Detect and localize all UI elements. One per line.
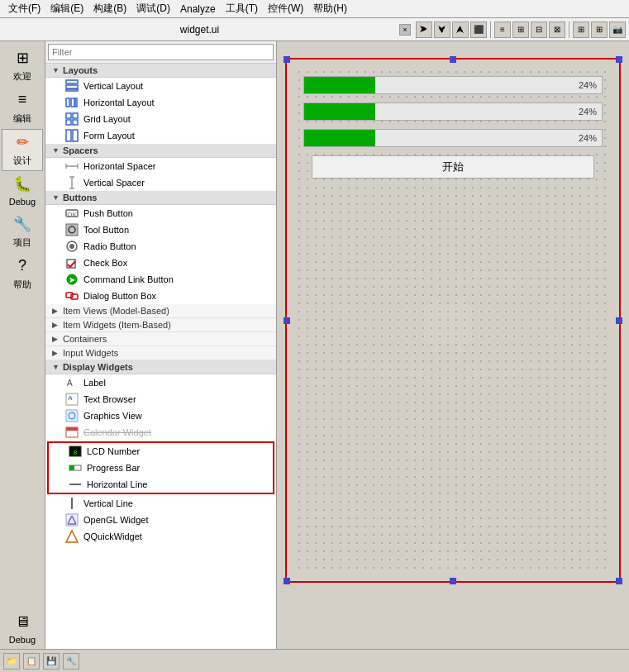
progress-row-2: 24% bbox=[303, 102, 603, 121]
start-button[interactable]: 开始 bbox=[312, 155, 594, 179]
sidebar-item-label-debug2: Debug bbox=[9, 635, 36, 645]
tree-item-horizontal-layout[interactable]: Horizontal Layout bbox=[45, 94, 276, 111]
section-containers[interactable]: ▶ Containers bbox=[45, 332, 276, 346]
sidebar-item-project[interactable]: 🔧 项目 bbox=[2, 211, 43, 253]
qquick-widget-icon bbox=[65, 530, 79, 543]
toolbar-close-btn[interactable]: × bbox=[399, 24, 411, 36]
sidebar-item-welcome[interactable]: ⊞ 欢迎 bbox=[2, 45, 43, 87]
tree-item-label-text: Calendar Widget bbox=[83, 427, 151, 437]
handle-bm bbox=[450, 578, 456, 584]
tree-item-dialog-button[interactable]: Dialog Button Box bbox=[45, 288, 276, 304]
svg-point-23 bbox=[69, 244, 74, 249]
toolbar-btn-4[interactable]: ⬛ bbox=[470, 21, 487, 38]
tree-item-opengl-widget[interactable]: OpenGL Widget bbox=[45, 512, 276, 528]
tree-item-label[interactable]: A Label bbox=[45, 374, 276, 391]
svg-rect-11 bbox=[73, 130, 78, 141]
toolbar-btn-7[interactable]: ⊟ bbox=[531, 21, 547, 38]
tree-item-text-browser[interactable]: AI Text Browser bbox=[45, 391, 276, 407]
section-item-views-label: Item Views (Model-Based) bbox=[63, 306, 169, 316]
tree-item-horizontal-line[interactable]: Horizontal Line bbox=[49, 476, 273, 493]
tree-item-radio-button[interactable]: Radio Button bbox=[45, 238, 276, 255]
section-input-widgets[interactable]: ▶ Input Widgets bbox=[45, 346, 276, 360]
section-layouts-label: Layouts bbox=[63, 65, 98, 75]
layouts-chevron: ▼ bbox=[52, 66, 60, 74]
tree-item-tool-button[interactable]: Tool Button bbox=[45, 222, 276, 238]
section-item-widgets[interactable]: ▶ Item Widgets (Item-Based) bbox=[45, 318, 276, 332]
toolbar-btn-1[interactable]: ⮞ bbox=[416, 21, 432, 38]
tree-item-vertical-layout[interactable]: Vertical Layout bbox=[45, 78, 276, 94]
tree-item-push-button[interactable]: OK Push Button bbox=[45, 205, 276, 222]
tree-item-qquick-widget[interactable]: QQuickWidget bbox=[45, 528, 276, 545]
section-buttons[interactable]: ▼ Buttons bbox=[45, 191, 276, 205]
main-layout: ⊞ 欢迎 ≡ 编辑 ✏ 设计 🐛 Debug 🔧 项目 ? 帮助 🖥 Debug bbox=[0, 41, 629, 649]
menu-file[interactable]: 文件(F) bbox=[3, 0, 45, 17]
tree-item-progress-bar[interactable]: Progress Bar bbox=[49, 460, 273, 476]
svg-rect-3 bbox=[66, 98, 69, 107]
sidebar-item-debug2[interactable]: 🖥 Debug bbox=[2, 609, 43, 649]
sidebar-item-help[interactable]: ? 帮助 bbox=[2, 253, 43, 295]
bottom-toolbar: 📁 📋 💾 🔧 bbox=[0, 649, 629, 672]
toolbar-separator bbox=[490, 21, 491, 38]
sidebar-item-debug[interactable]: 🐛 Debug bbox=[2, 171, 43, 211]
edit-icon: ≡ bbox=[12, 91, 32, 111]
design-icon: ✏ bbox=[12, 133, 32, 153]
svg-marker-47 bbox=[66, 531, 78, 542]
toolbar-btn-8[interactable]: ⊠ bbox=[549, 21, 565, 38]
toolbar-btn-6[interactable]: ⊞ bbox=[512, 21, 529, 38]
tree-item-calendar-widget[interactable]: Calendar Widget bbox=[45, 424, 276, 441]
canvas-widget[interactable]: 24% 24% 24% 开始 bbox=[285, 58, 621, 583]
horizontal-line-icon bbox=[69, 478, 82, 491]
bottom-btn-3[interactable]: 💾 bbox=[43, 653, 60, 670]
menu-build[interactable]: 构建(B) bbox=[88, 0, 131, 17]
section-spacers[interactable]: ▼ Spacers bbox=[45, 144, 276, 158]
bottom-btn-4[interactable]: 🔧 bbox=[63, 653, 79, 670]
tree-item-form-layout[interactable]: Form Layout bbox=[45, 127, 276, 144]
toolbar-btn-2[interactable]: ⮟ bbox=[434, 21, 450, 38]
sidebar-item-label-project: 项目 bbox=[13, 236, 31, 249]
tree-item-horizontal-spacer[interactable]: Horizontal Spacer bbox=[45, 158, 276, 174]
menu-edit[interactable]: 编辑(E) bbox=[45, 0, 88, 17]
toolbar-btn-11[interactable]: 📷 bbox=[609, 21, 626, 38]
svg-rect-4 bbox=[71, 98, 74, 107]
item-views-arrow: ▶ bbox=[52, 307, 58, 315]
tree-item-vertical-line[interactable]: Vertical Line bbox=[45, 495, 276, 512]
sidebar-item-edit[interactable]: ≡ 编辑 bbox=[2, 87, 43, 129]
bottom-btn-2[interactable]: 📋 bbox=[23, 653, 40, 670]
svg-rect-40 bbox=[69, 465, 74, 470]
command-link-icon: ➤ bbox=[65, 273, 79, 286]
tree-item-vertical-spacer[interactable]: Vertical Spacer bbox=[45, 174, 276, 191]
menu-debug[interactable]: 调试(D) bbox=[131, 0, 175, 17]
tree-item-label-text: OpenGL Widget bbox=[83, 515, 148, 525]
tree-item-lcd-number[interactable]: 8 LCD Number bbox=[49, 443, 273, 460]
bottom-btn-1[interactable]: 📁 bbox=[3, 653, 20, 670]
tree-item-command-link[interactable]: ➤ Command Link Button bbox=[45, 271, 276, 288]
tree-item-label: Grid Layout bbox=[83, 114, 131, 124]
toolbar-btn-3[interactable]: ⮝ bbox=[452, 21, 469, 38]
lcd-number-icon: 8 bbox=[69, 445, 82, 458]
menu-help[interactable]: 帮助(H) bbox=[308, 0, 352, 17]
sidebar-item-design[interactable]: ✏ 设计 bbox=[2, 129, 43, 171]
section-display-widgets[interactable]: ▼ Display Widgets bbox=[45, 360, 276, 374]
section-layouts[interactable]: ▼ Layouts bbox=[45, 64, 276, 78]
input-widgets-arrow: ▶ bbox=[52, 349, 58, 357]
dialog-button-icon bbox=[65, 289, 79, 303]
highlighted-group: 8 LCD Number Progress Bar Horizontal Lin… bbox=[47, 441, 274, 494]
svg-rect-0 bbox=[66, 80, 78, 83]
tree-item-graphics-view[interactable]: Graphics View bbox=[45, 407, 276, 424]
item-widgets-arrow: ▶ bbox=[52, 321, 58, 329]
menu-tools[interactable]: 工具(T) bbox=[221, 0, 263, 17]
svg-rect-27 bbox=[66, 293, 73, 298]
menu-analyze[interactable]: Analyze bbox=[175, 2, 221, 17]
toolbar-btn-5[interactable]: ≡ bbox=[494, 21, 511, 38]
menu-controls[interactable]: 控件(W) bbox=[263, 0, 308, 17]
filter-input[interactable] bbox=[48, 44, 274, 60]
toolbar-btn-9[interactable]: ⊞ bbox=[573, 21, 589, 38]
sidebar-item-label-edit: 编辑 bbox=[13, 112, 31, 125]
progress-row-3: 24% bbox=[303, 129, 603, 147]
section-item-views[interactable]: ▶ Item Views (Model-Based) bbox=[45, 304, 276, 318]
toolbar-separator2 bbox=[569, 21, 569, 38]
tree-item-check-box[interactable]: Check Box bbox=[45, 255, 276, 271]
tree-item-grid-layout[interactable]: Grid Layout bbox=[45, 111, 276, 127]
canvas-area: 24% 24% 24% 开始 bbox=[277, 41, 629, 649]
toolbar-btn-10[interactable]: ⊞ bbox=[591, 21, 608, 38]
